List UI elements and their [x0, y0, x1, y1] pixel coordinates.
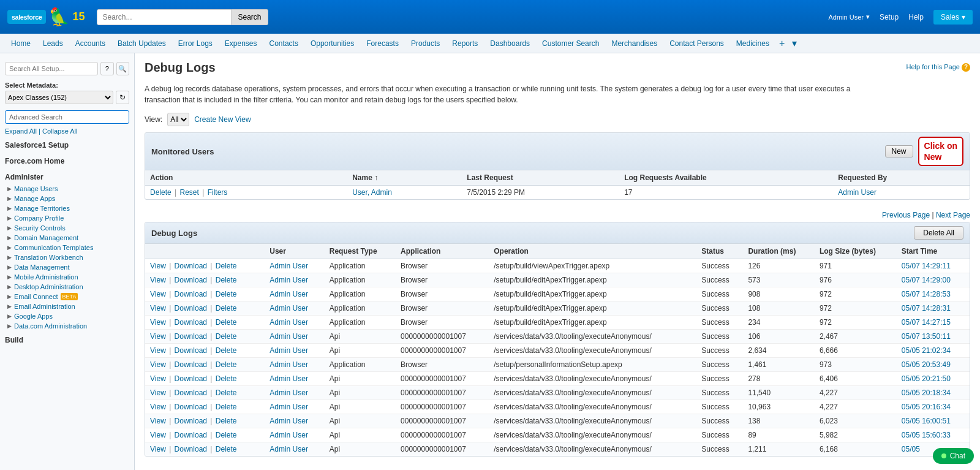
next-page-link[interactable]: Next Page — [936, 211, 970, 219]
delete-link[interactable]: Delete — [216, 374, 237, 383]
download-link[interactable]: Download — [175, 332, 207, 341]
delete-link[interactable]: Delete — [216, 276, 237, 284]
sidebar-item-google-apps[interactable]: ▶ Google Apps — [5, 311, 129, 321]
nav-home[interactable]: Home — [5, 34, 37, 53]
view-link[interactable]: View — [150, 389, 166, 397]
user-link[interactable]: Admin User — [270, 389, 308, 397]
collapse-all-link[interactable]: Collapse All — [42, 127, 77, 135]
nav-plus[interactable]: + — [775, 38, 788, 49]
download-link[interactable]: Download — [175, 346, 207, 355]
view-link[interactable]: View — [150, 360, 166, 369]
sidebar-search-btn[interactable]: 🔍 — [116, 62, 130, 75]
search-input[interactable] — [97, 9, 232, 25]
nav-error-logs[interactable]: Error Logs — [172, 34, 219, 53]
view-link[interactable]: View — [150, 346, 166, 355]
delete-link[interactable]: Delete — [216, 403, 237, 411]
metadata-select[interactable]: Apex Classes (152) — [5, 91, 113, 104]
sidebar-item-datacom-administration[interactable]: ▶ Data.com Administration — [5, 321, 129, 331]
chat-button[interactable]: Chat — [933, 448, 974, 464]
user-link[interactable]: Admin User — [270, 403, 308, 411]
nav-dashboards[interactable]: Dashboards — [484, 34, 536, 53]
user-link[interactable]: Admin User — [270, 374, 308, 383]
download-link[interactable]: Download — [175, 389, 207, 397]
sales-button[interactable]: Sales — [933, 10, 973, 25]
nav-accounts[interactable]: Accounts — [69, 34, 111, 53]
nav-opportunities[interactable]: Opportunities — [304, 34, 360, 53]
delete-link[interactable]: Delete — [216, 389, 237, 397]
sidebar-item-email-connect[interactable]: ▶ Email Connect BETA — [5, 292, 129, 301]
download-link[interactable]: Download — [175, 417, 207, 425]
delete-link[interactable]: Delete — [216, 304, 237, 313]
user-link[interactable]: Admin User — [270, 332, 308, 341]
user-link[interactable]: Admin User — [270, 360, 308, 369]
sidebar-help-btn[interactable]: ? — [100, 62, 114, 75]
nav-products[interactable]: Products — [405, 34, 446, 53]
sidebar-item-manage-territories[interactable]: ▶ Manage Territories — [5, 203, 129, 213]
user-link[interactable]: Admin User — [270, 445, 308, 453]
sidebar-item-communication-templates[interactable]: ▶ Communication Templates — [5, 243, 129, 252]
download-link[interactable]: Download — [175, 403, 207, 411]
view-link[interactable]: View — [150, 403, 166, 411]
user-link[interactable]: Admin User — [270, 304, 308, 313]
view-link[interactable]: View — [150, 262, 166, 270]
user-link[interactable]: Admin User — [270, 318, 308, 327]
user-link[interactable]: Admin User — [270, 417, 308, 425]
user-link[interactable]: Admin User — [270, 276, 308, 284]
user-admin-link[interactable]: User, Admin — [352, 188, 392, 197]
sidebar-item-desktop-administration[interactable]: ▶ Desktop Administration — [5, 282, 129, 292]
download-link[interactable]: Download — [175, 360, 207, 369]
nav-medicines[interactable]: Medicines — [730, 34, 775, 53]
delete-link[interactable]: Delete — [216, 417, 237, 425]
user-link[interactable]: Admin User — [270, 262, 308, 270]
sidebar-item-translation-workbench[interactable]: ▶ Translation Workbench — [5, 252, 129, 262]
view-link[interactable]: View — [150, 332, 166, 341]
sidebar-item-email-administration[interactable]: ▶ Email Administration — [5, 301, 129, 311]
delete-link[interactable]: Delete — [216, 290, 237, 298]
admin-user-link[interactable]: Admin User — [838, 188, 876, 197]
user-link[interactable]: Admin User — [270, 346, 308, 355]
nav-leads[interactable]: Leads — [37, 34, 69, 53]
help-link[interactable]: Help — [908, 13, 924, 21]
view-link[interactable]: View — [150, 318, 166, 327]
view-link[interactable]: View — [150, 304, 166, 313]
view-link[interactable]: View — [150, 374, 166, 383]
view-link[interactable]: View — [150, 290, 166, 298]
previous-page-link[interactable]: Previous Page — [882, 211, 930, 219]
user-link[interactable]: Admin User — [270, 431, 308, 439]
download-link[interactable]: Download — [175, 290, 207, 298]
sidebar-item-data-management[interactable]: ▶ Data Management — [5, 262, 129, 272]
delete-link[interactable]: Delete — [216, 262, 237, 270]
setup-link[interactable]: Setup — [880, 13, 899, 21]
nav-contacts[interactable]: Contacts — [263, 34, 304, 53]
delete-link[interactable]: Delete — [216, 360, 237, 369]
admin-user-chevron[interactable]: ▾ — [866, 13, 870, 21]
sidebar-item-manage-apps[interactable]: ▶ Manage Apps — [5, 194, 129, 203]
delete-link[interactable]: Delete — [216, 332, 237, 341]
create-new-view-link[interactable]: Create New View — [194, 115, 251, 124]
delete-link[interactable]: Delete — [216, 445, 237, 453]
sidebar-item-security-controls[interactable]: ▶ Security Controls — [5, 223, 129, 233]
metadata-refresh-btn[interactable]: ↻ — [116, 91, 129, 104]
download-link[interactable]: Download — [175, 304, 207, 313]
delete-link[interactable]: Delete — [216, 318, 237, 327]
download-link[interactable]: Download — [175, 431, 207, 439]
view-link[interactable]: View — [150, 431, 166, 439]
download-link[interactable]: Download — [175, 262, 207, 270]
filters-link[interactable]: Filters — [208, 188, 228, 197]
nav-merchandises[interactable]: Merchandises — [605, 34, 663, 53]
download-link[interactable]: Download — [175, 374, 207, 383]
sidebar-item-manage-users[interactable]: ▶ Manage Users — [5, 184, 129, 194]
delete-link[interactable]: Delete — [150, 188, 172, 197]
expand-all-link[interactable]: Expand All — [5, 127, 37, 135]
advanced-search-box[interactable]: Advanced Search — [5, 110, 129, 124]
nav-batch-updates[interactable]: Batch Updates — [111, 34, 172, 53]
view-link[interactable]: View — [150, 417, 166, 425]
download-link[interactable]: Download — [175, 318, 207, 327]
view-link[interactable]: View — [150, 276, 166, 284]
sidebar-item-domain-management[interactable]: ▶ Domain Management — [5, 233, 129, 243]
view-select[interactable]: All — [167, 113, 189, 126]
sidebar-item-mobile-administration[interactable]: ▶ Mobile Administration — [5, 272, 129, 282]
download-link[interactable]: Download — [175, 276, 207, 284]
delete-link[interactable]: Delete — [216, 346, 237, 355]
nav-forecasts[interactable]: Forecasts — [360, 34, 405, 53]
